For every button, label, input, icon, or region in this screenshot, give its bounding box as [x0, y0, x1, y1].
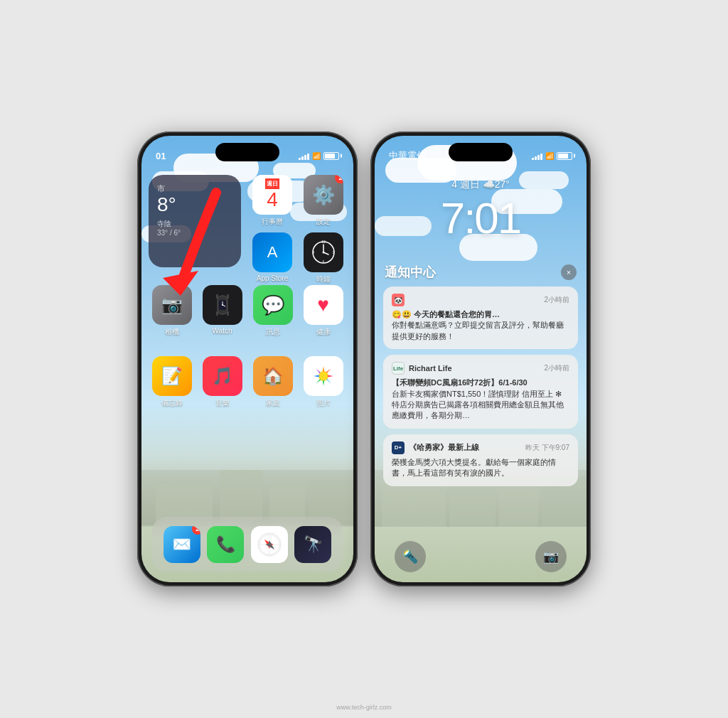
lock-camera-icon[interactable]: 📷 [535, 541, 567, 572]
health-label: 健康 [316, 327, 331, 337]
lock-time: 7:01 [375, 193, 587, 243]
widget-city: 市 [157, 183, 232, 194]
notification-1[interactable]: 🐼 2小時前 😋😃 今天的餐點還合您的胃… 你對餐點滿意嗎？立即提交留言及評分，… [383, 286, 578, 349]
cal-date: 4 [265, 189, 279, 211]
dock-facetime[interactable]: 🔭 [294, 526, 331, 563]
lock-screen: 4 週日 ☁️27° 7:01 通知中心 × 🐼 [375, 136, 587, 582]
status-time-1: 01 [156, 151, 166, 161]
watermark: www.tech-girlz.com [336, 704, 392, 711]
settings-icon-img: ⚙️ 2 [304, 175, 343, 215]
svg-rect-15 [227, 294, 229, 299]
settings-label: 設定 [316, 217, 331, 227]
messages-icon-img: 💬 [253, 285, 293, 325]
settings-badge: 2 [335, 175, 343, 183]
app-icon-messages[interactable]: 💬 訊息 [250, 285, 296, 337]
music-icon-img: 🎵 [203, 356, 242, 396]
signal-icon [299, 152, 309, 160]
notif-2-time: 2小時前 [544, 363, 569, 373]
app-row-3: 📝 備忘錄 🎵 音樂 🏠 家庭 [149, 356, 346, 408]
app-icon-music[interactable]: 🎵 音樂 [199, 356, 245, 408]
appstore-label: App Store [257, 274, 288, 282]
notif-3-app-icon: D+ [392, 441, 405, 454]
notification-center: 通知中心 × 🐼 2小時前 [383, 264, 578, 492]
notification-3[interactable]: D+ 《哈勇家》最新上線 昨天 下午9:07 榮獲金馬獎六項大獎提名。獻給每一個… [383, 434, 578, 486]
notif-1-app-info: 🐼 [392, 294, 409, 306]
photos-svg [311, 363, 336, 389]
dynamic-island-2 [449, 143, 513, 161]
appstore-icon-img: A [252, 232, 292, 272]
battery-icon [323, 152, 339, 160]
svg-line-4 [323, 252, 328, 254]
app-icon-photos[interactable]: 照片 [300, 356, 346, 408]
watch-icon-img [203, 285, 242, 325]
notes-label: 備忘錄 [161, 398, 183, 408]
appstore-svg: A [262, 242, 283, 263]
dock-safari[interactable] [251, 526, 288, 563]
dynamic-island [215, 143, 279, 161]
app-icon-watch[interactable]: Watch [199, 285, 245, 337]
svg-rect-17 [227, 311, 229, 316]
app-icon-camera[interactable]: 📷 相機 [149, 285, 195, 337]
widget-range: 33° / 6° [157, 229, 232, 237]
messages-label: 訊息 [266, 327, 280, 337]
music-label: 音樂 [215, 398, 230, 408]
notif-center-title: 通知中心 [385, 264, 436, 281]
app-row-2: 📷 相機 [149, 285, 346, 337]
lock-flashlight-icon[interactable]: 🔦 [395, 541, 426, 572]
health-icon-img: ♥ [304, 285, 343, 325]
svg-rect-14 [216, 294, 218, 299]
safari-icon-img [251, 526, 288, 563]
calendar-icon-img: 週日 4 [252, 175, 292, 215]
notif-3-app-name: 《哈勇家》最新上線 [409, 442, 479, 453]
dock-mail[interactable]: ✉️ 2 [164, 526, 200, 563]
clock-icon-img: 12 3 6 9 [304, 232, 343, 272]
dock-phone[interactable]: 📞 [207, 526, 244, 563]
notif-2-app-name: Richart Life [409, 364, 452, 373]
svg-rect-16 [216, 311, 218, 316]
notif-2-app-info: Life Richart Life [392, 362, 452, 375]
lock-date: 4 週日 ☁️27° [375, 178, 587, 191]
notif-2-app-icon: Life [392, 362, 405, 375]
svg-text:3: 3 [333, 250, 335, 254]
notif-1-time: 2小時前 [544, 295, 569, 305]
notif-3-header: D+ 《哈勇家》最新上線 昨天 下午9:07 [392, 441, 569, 454]
weather-widget[interactable]: 市 8° 寺陰 33° / 6° [149, 175, 241, 267]
notif-1-app-icon: 🐼 [392, 294, 405, 306]
watch-label: Watch [213, 327, 232, 335]
app-grid-top-right: 週日 4 行事曆 ⚙️ 2 設定 [250, 175, 346, 284]
phone-icon-img: 📞 [207, 526, 244, 563]
status-icons-1: 📶 [299, 152, 339, 160]
svg-text:12: 12 [321, 240, 326, 244]
home-app-label: 家庭 [266, 398, 280, 408]
app-icon-home-app[interactable]: 🏠 家庭 [250, 356, 296, 408]
signal-icon-2 [532, 152, 542, 160]
notif-2-header: Life Richart Life 2小時前 [392, 362, 569, 375]
app-icon-appstore[interactable]: A App Store [250, 232, 295, 284]
notif-1-header: 🐼 2小時前 [392, 294, 569, 306]
mail-badge: 2 [192, 526, 200, 535]
app-icon-calendar[interactable]: 週日 4 行事曆 [250, 175, 295, 227]
notif-2-text: 【禾聯變頻DC風扇16吋72折】6/1-6/30 台新卡友獨家價NT$1,550… [392, 377, 569, 422]
phone-2: 中華電信 📶 4 週日 ☁️27° 7:01 [370, 132, 591, 586]
photos-icon-img [304, 356, 343, 396]
widget-temp: 8° [157, 194, 232, 216]
notif-center-header: 通知中心 × [383, 264, 578, 281]
watch-svg [209, 291, 236, 318]
notification-2[interactable]: Life Richart Life 2小時前 【禾聯變頻DC風扇16吋72折】6… [383, 355, 578, 429]
app-icon-health[interactable]: ♥ 健康 [300, 285, 346, 337]
safari-svg [257, 532, 282, 557]
svg-text:9: 9 [313, 250, 315, 254]
app-icon-settings[interactable]: ⚙️ 2 設定 [301, 175, 346, 227]
carrier-text: 中華電信 [389, 149, 426, 162]
clock-svg: 12 3 6 9 [310, 239, 337, 266]
camera-label: 相機 [165, 327, 179, 337]
clock-label: 時鐘 [316, 274, 331, 284]
health-heart-icon: ♥ [317, 294, 329, 316]
calendar-label: 行事曆 [262, 217, 283, 227]
lock-dock: 🔦 📷 [375, 541, 587, 572]
widget-desc: 寺陰 [157, 219, 232, 229]
app-icon-clock[interactable]: 12 3 6 9 時鐘 [301, 232, 346, 284]
notif-close-button[interactable]: × [561, 264, 577, 280]
notif-3-app-info: D+ 《哈勇家》最新上線 [392, 441, 479, 454]
app-icon-notes[interactable]: 📝 備忘錄 [149, 356, 195, 408]
